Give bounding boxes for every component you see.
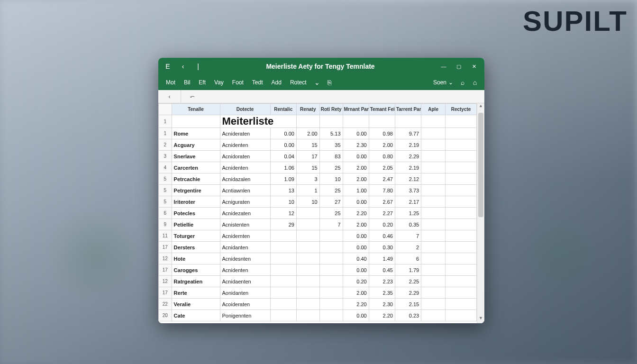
cell-v2[interactable]: 10: [296, 196, 319, 208]
cell-v7[interactable]: [421, 162, 446, 173]
cell-v4[interactable]: 2.00: [343, 162, 369, 173]
cell-name[interactable]: Acguary: [172, 139, 220, 151]
cell-v4[interactable]: 0.00: [343, 242, 369, 253]
cell-name[interactable]: Potecles: [172, 208, 220, 219]
cell-v3[interactable]: [319, 230, 343, 242]
cell-v2[interactable]: [296, 230, 319, 242]
cell-v7[interactable]: [421, 287, 446, 299]
cell-v6[interactable]: 2.17: [395, 196, 421, 208]
cell-name[interactable]: Veralie: [172, 299, 220, 310]
cell-name[interactable]: Rome: [172, 128, 220, 139]
cell-v8[interactable]: [446, 219, 477, 230]
cell-v5[interactable]: 2.30: [369, 299, 395, 310]
menu-add[interactable]: Add: [268, 77, 285, 88]
cell-v3[interactable]: 25: [319, 185, 343, 196]
row-number[interactable]: 1: [159, 115, 172, 128]
cell-v1[interactable]: [270, 310, 296, 321]
cell-v5[interactable]: 2.67: [369, 196, 395, 208]
cell-v8[interactable]: [446, 264, 477, 276]
cell-name[interactable]: Carogges: [172, 264, 220, 276]
col-rentalic[interactable]: Rentalic: [270, 104, 296, 115]
cell-v7[interactable]: [421, 276, 446, 287]
cell-v6[interactable]: 9.77: [395, 128, 421, 139]
cell-v6[interactable]: 2.12: [395, 173, 421, 185]
row-number[interactable]: 5: [159, 196, 172, 208]
cell-v3[interactable]: [319, 287, 343, 299]
cell-v1[interactable]: 0.04: [270, 151, 296, 162]
cell-name[interactable]: Petrgentire: [172, 185, 220, 196]
cell-v6[interactable]: 2.19: [395, 139, 421, 151]
cell-v1[interactable]: [270, 253, 296, 264]
cell-v8[interactable]: [446, 208, 477, 219]
cell-v4[interactable]: 2.20: [343, 299, 369, 310]
sheet-nav-fwd[interactable]: ⤺: [181, 90, 204, 103]
cell-v8[interactable]: [446, 230, 477, 242]
cell-v4[interactable]: 0.40: [343, 253, 369, 264]
cell-detect[interactable]: Acoideraten: [220, 299, 270, 310]
cell-detect[interactable]: Acnidezaten: [220, 208, 270, 219]
row-number[interactable]: 3: [159, 151, 172, 162]
nav-fwd-icon[interactable]: |: [191, 60, 205, 73]
cell-detect[interactable]: Acnidenten: [220, 139, 270, 151]
col-tarrent-pary[interactable]: Tarrent Pary: [395, 104, 421, 115]
cell-v4[interactable]: 0.00: [343, 310, 369, 321]
sheet-nav-back[interactable]: ‹: [158, 90, 181, 103]
cell-v2[interactable]: 15: [296, 162, 319, 173]
vertical-scrollbar[interactable]: ▲ ▼: [477, 103, 484, 323]
cell-v6[interactable]: 1.79: [395, 264, 421, 276]
cell-v2[interactable]: 17: [296, 151, 319, 162]
cell-v2[interactable]: 2.00: [296, 128, 319, 139]
row-number[interactable]: 20: [159, 310, 172, 321]
cell-detect[interactable]: Acnidaenten: [220, 276, 270, 287]
cell-v7[interactable]: [421, 253, 446, 264]
cell-v7[interactable]: [421, 196, 446, 208]
cell-detect[interactable]: Acnidernten: [220, 230, 270, 242]
row-number[interactable]: 6: [159, 208, 172, 219]
app-menu-icon[interactable]: E: [161, 60, 174, 73]
cell-v4[interactable]: 2.00: [343, 219, 369, 230]
cell-v2[interactable]: [296, 276, 319, 287]
cell-detect[interactable]: Acnideraten: [220, 128, 270, 139]
cell-v5[interactable]: 2.05: [369, 162, 395, 173]
cell-v4[interactable]: 1.00: [343, 185, 369, 196]
blank-cell[interactable]: [172, 115, 220, 128]
cell-v4[interactable]: 0.00: [343, 264, 369, 276]
cell-v2[interactable]: [296, 310, 319, 321]
cell-v4[interactable]: 2.00: [343, 173, 369, 185]
cell-v6[interactable]: 2.25: [395, 276, 421, 287]
cell-v6[interactable]: 3.73: [395, 185, 421, 196]
cell-v7[interactable]: [421, 242, 446, 253]
cell-v7[interactable]: [421, 219, 446, 230]
cell-detect[interactable]: Acnidanten: [220, 242, 270, 253]
cell-v7[interactable]: [421, 151, 446, 162]
header-rownum[interactable]: [159, 104, 172, 115]
menu-eft[interactable]: Eft: [195, 77, 209, 88]
share-dropdown[interactable]: Soen ⌄: [430, 77, 456, 88]
cell-v8[interactable]: [446, 162, 477, 173]
cell-v3[interactable]: 27: [319, 196, 343, 208]
cell-v1[interactable]: 29: [270, 219, 296, 230]
cell-v6[interactable]: 1.25: [395, 208, 421, 219]
col-temant-feit[interactable]: Temant Feit/: [369, 104, 395, 115]
cell-v4[interactable]: 0.20: [343, 276, 369, 287]
cell-v8[interactable]: [446, 242, 477, 253]
cell-v1[interactable]: 1.06: [270, 162, 296, 173]
cell-v8[interactable]: [446, 185, 477, 196]
row-number[interactable]: 12: [159, 253, 172, 264]
cell-v5[interactable]: 2.20: [369, 310, 395, 321]
minimize-button[interactable]: —: [436, 60, 451, 73]
menu-bil[interactable]: Bil: [180, 77, 194, 88]
cell-detect[interactable]: Acniguraten: [220, 196, 270, 208]
cell-v1[interactable]: [270, 264, 296, 276]
cell-detect[interactable]: Acnistenten: [220, 219, 270, 230]
cell-v6[interactable]: 0.35: [395, 219, 421, 230]
cell-v8[interactable]: [446, 310, 477, 321]
scroll-thumb[interactable]: [478, 113, 483, 217]
cell-detect[interactable]: Acntiawnlen: [220, 185, 270, 196]
cell-v1[interactable]: [270, 299, 296, 310]
cell-detect[interactable]: Acnidazalen: [220, 173, 270, 185]
cell-v2[interactable]: [296, 242, 319, 253]
search-icon[interactable]: ⌕: [457, 77, 468, 88]
cell-v1[interactable]: [270, 230, 296, 242]
cell-detect[interactable]: Aonidanten: [220, 287, 270, 299]
